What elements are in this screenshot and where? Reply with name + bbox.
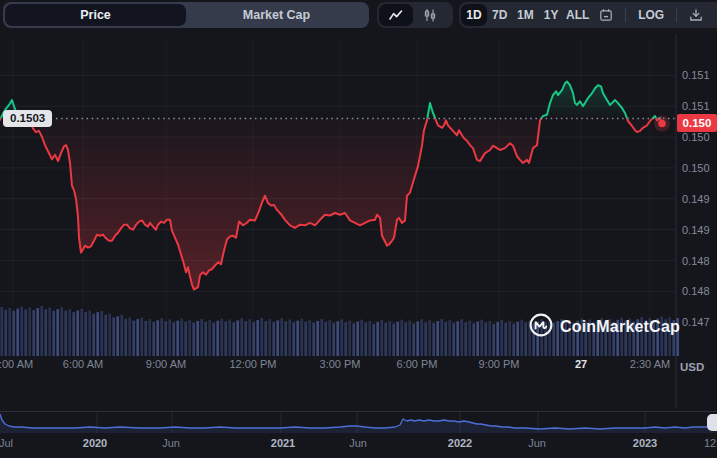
chart-plot-area[interactable]	[0, 34, 676, 374]
current-price-badge: 0.150	[677, 114, 717, 132]
currency-label: USD	[680, 361, 704, 373]
navigator-scrubber[interactable]	[0, 411, 717, 433]
